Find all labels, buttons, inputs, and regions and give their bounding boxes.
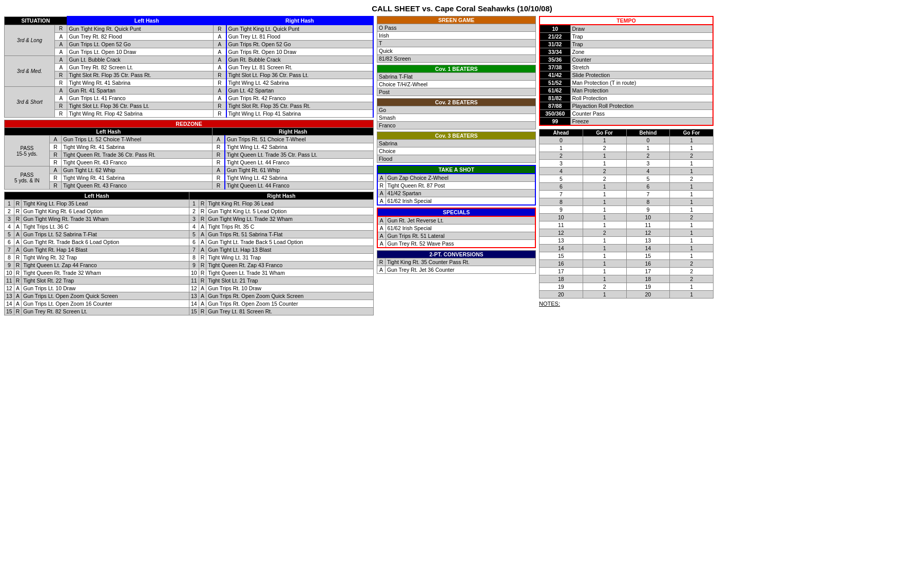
gofor-ahead-header: Ahead [540,129,583,137]
play-type-rh: A [199,285,206,292]
rh-play: Gun Tight Rt. 61 Whip [225,166,374,174]
gofor1-cell: 1 [583,221,626,229]
gofor2-cell: 1 [670,191,714,198]
rh-play: Tight Wing Lt. 42 Sabrina [226,79,373,87]
gofor2-cell: 2 [670,268,714,275]
play-number: 5 [5,231,14,238]
gofor2-cell: 1 [670,160,714,167]
behind-cell: 20 [626,291,670,299]
play-type: R [377,258,386,266]
cov2-table: Cov. 2 BEATERS GoSmashFranco [377,98,536,129]
lower-rh-header: Right Hash [189,192,374,200]
ahead-cell: 16 [540,260,583,268]
tempo-number: 87/88 [540,102,570,110]
rh-play: Tight Wing Lt. Flop 41 Sabrina [226,110,373,118]
tempo-number: 21/22 [540,33,570,41]
lh-play: Gun Tight King Rt. Quick Punt [67,25,214,33]
tempo-header: TEMPO [540,16,713,25]
play-type: R [14,254,22,262]
gofor1-cell: 1 [583,252,626,260]
rh-play: Gun Tight Wing Lt. Trade 32 Wham [206,215,374,223]
play-type-rh: R [214,71,226,79]
play-number-rh: 12 [189,285,199,292]
play-number-rh: 14 [189,300,199,308]
cov3-play: Sabrina [377,140,536,147]
gofor1-cell: 1 [583,237,626,245]
screen-play: 81/82 Screen [377,55,536,63]
gofor-row: 101102 [540,214,714,221]
gofor1-cell: 1 [583,291,626,299]
lh-play: Tight Queen Rt. 43 Franco [62,182,213,190]
ahead-cell: 10 [540,214,583,221]
tempo-row: 350/360Counter Pass [540,110,713,118]
situation-row: RTight Slot Rt. Flop 35 Ctr. Pass Rt.RTi… [5,71,374,79]
behind-cell: 11 [626,221,670,229]
lh-play: Tight Queen Rt. Trade 32 Wham [22,269,189,277]
take-shot-row: A41/42 Spartan [377,190,535,197]
rh-play: Gun Trips Rt. Open Zoom 15 Counter [206,300,374,308]
lh-play: Gun Trips Lt. 52 Choice T-Wheel [62,136,213,143]
gofor1-cell: 2 [583,175,626,183]
screen-row: 81/82 Screen [377,55,536,63]
specials-table: SPECIALS AGun Rt. Jet Reverse Lt.A61/62 … [377,208,536,248]
take-shot-row: RTight Queen Rt. 87 Post [377,182,535,190]
lh-play: Gun Trips Lt. Open Zoom Quick Screen [22,292,189,300]
play-number: 15 [5,308,14,315]
gofor-row: 0101 [540,137,714,144]
ahead-cell: 15 [540,252,583,260]
specials-play: Gun Trey Rt. 52 Wave Pass [386,240,535,248]
lower-play-row: 14AGun Trips Lt. Open Zoom 16 Counter14A… [5,300,374,308]
rh-play: Gun Tight Lt. Trade Back 5 Load Option [206,238,374,246]
rh-play: Tight Wing Lt. 42 Sabrina [225,174,374,182]
play-number: 9 [5,262,14,269]
tempo-desc: Playaction Roll Protection [570,102,713,110]
situation-row: RTight Wing Rt. 41 SabrinaRTight Wing Lt… [5,79,374,87]
lh-play: Tight Trips Lt. 36 C [22,223,189,231]
ahead-cell: 12 [540,229,583,237]
rh-play: Tight Wing Lt. 42 Sabrina [225,143,374,151]
ahead-cell: 7 [540,191,583,198]
lh-play: Gun Rt. 41 Spartan [67,87,214,95]
ahead-cell: 19 [540,283,583,291]
tempo-desc: Trap [570,33,713,41]
play-type: R [55,25,67,33]
tempo-number: 31/32 [540,41,570,48]
play-number: 11 [5,277,14,285]
screen-row: O Pass [377,24,536,32]
gofor2-cell: 1 [670,237,714,245]
redzone-pass2-row: RTight Wing Rt. 41 SabrinaRTight Wing Lt… [5,174,374,182]
play-type-rh: R [213,182,225,190]
page-title: CALL SHEET vs. Cape Coral Seahawks (10/1… [4,4,920,13]
play-number-rh: 11 [189,277,199,285]
ahead-cell: 6 [540,183,583,191]
play-type-rh: R [199,269,206,277]
situation-row: AGun Trips Lt. 41 FrancoAGun Trips Rt. 4… [5,95,374,102]
situation-row: AGun Trips Lt. Open 10 DrawAGun Trips Rt… [5,48,374,56]
rh-play: Tight Queen Lt. 44 Franco [225,182,374,190]
lh-play: Tight Slot Lt. Flop 36 Ctr. Pass Lt. [67,102,214,110]
gofor1-cell: 2 [583,167,626,175]
take-shot-play: 41/42 Spartan [386,190,535,197]
take-shot-row: A61/62 Irish Special [377,197,535,206]
rh-play: Gun Tight King Lt. 5 Lead Option [206,208,374,215]
play-type: A [377,225,386,232]
tempo-desc: Stretch [570,64,713,71]
lh-play: Gun Tight King Rt. 6 Lead Option [22,208,189,215]
gofor1-cell: 1 [583,152,626,160]
lh-play: Gun Trey Rt. 82 Screen Lt. [22,308,189,315]
rh-play: Tight Wing Lt. 31 Trap [206,254,374,262]
ahead-cell: 1 [540,144,583,152]
cov3-header: Cov. 3 BEATERS [377,132,536,140]
cov1-row: Post [377,88,536,96]
situation-header: SITUATION [5,16,67,25]
gofor1-cell: 1 [583,268,626,275]
behind-cell: 12 [626,229,670,237]
play-type-rh: A [214,41,226,48]
cov1-row: Sabrina T-Flat [377,73,536,81]
lower-play-row: 4ATight Trips Lt. 36 C4ATight Trips Rt. … [5,223,374,231]
gofor-row: 111111 [540,221,714,229]
gofor1-cell: 1 [583,206,626,214]
play-type: A [55,87,67,95]
play-type: A [55,56,67,64]
tempo-desc: Trap [570,41,713,48]
